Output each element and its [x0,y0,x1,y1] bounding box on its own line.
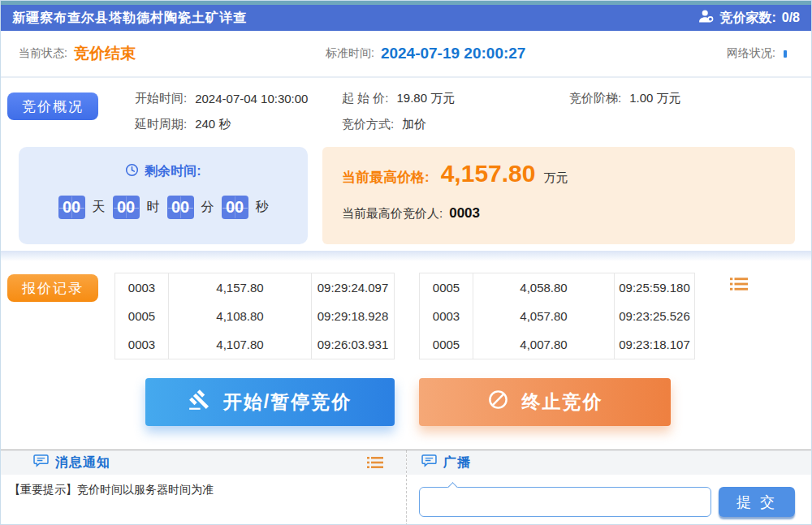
field-label: 延时周期: [135,117,187,132]
countdown-panel: 剩余时间: 00 天 00 时 00 分 00 秒 [19,147,308,244]
countdown-title: 剩余时间: [19,163,308,180]
state-value: 竞价结束 [74,43,136,64]
field-value: 2024-07-04 10:30:00 [195,92,308,105]
network-status: 网络状况: [727,46,787,61]
bid-records-section: 报价记录 0003 4,157.80 09:29:24.097 0005 4,1… [1,260,811,450]
status-bar: 当前状态: 竞价结束 标准时间: 2024-07-19 20:00:27 网络状… [1,31,811,78]
broadcast-panel-header: 广播 [407,450,811,475]
bottom-panel: 消息通知 【重要提示】竞价时间以服务器时间为准 广播 提 交 [1,450,811,525]
bid-row: 0003 4,107.80 09:26:03.931 [115,330,394,359]
field-value: 240 秒 [195,117,231,132]
stop-bidding-button[interactable]: 终止竞价 [419,378,671,426]
start-pause-bidding-button[interactable]: 开始/暂停竞价 [145,378,395,426]
bid-cell-time: 09:26:03.931 [312,330,394,359]
field-label: 竞价阶梯: [569,91,621,106]
stop-label: 终止竞价 [522,389,603,415]
bid-cell-bidder: 0005 [420,330,473,359]
countdown-digits: 00 天 00 时 00 分 00 秒 [19,196,308,219]
bid-cell-bidder: 0003 [420,302,473,330]
field-value: 加价 [402,117,426,132]
clock-icon [125,163,139,180]
field-delay-period: 延时周期: 240 秒 [135,117,231,132]
countdown-seconds-value: 00 [222,196,248,219]
page-title: 新疆察布查尔县塔勒德村陶瓷土矿详查 [12,10,247,27]
bid-row: 0003 4,157.80 09:29:24.097 [115,273,394,302]
bid-row: 0005 4,007.80 09:23:18.107 [420,330,694,359]
highest-price-panel: 当前最高价格: 4,157.80 万元 当前最高价竞价人: 0003 [322,147,795,244]
server-time: 标准时间: 2024-07-19 20:00:27 [326,45,525,62]
countdown-hours-unit: 时 [147,199,160,216]
message-panel: 消息通知 【重要提示】竞价时间以服务器时间为准 [1,450,407,525]
bid-cell-bidder: 0003 [115,273,168,302]
bid-row: 0005 4,108.80 09:29:18.928 [115,302,394,330]
submit-button[interactable]: 提 交 [719,487,795,517]
prohibit-icon [487,389,509,415]
countdown-days-value: 00 [58,196,85,219]
field-start-time: 开始时间: 2024-07-04 10:30:00 [135,91,308,106]
highest-price-value: 4,157.80 [441,160,536,187]
state-label: 当前状态: [19,46,67,61]
bid-cell-price: 4,057.80 [473,302,615,330]
current-state: 当前状态: 竞价结束 [19,43,136,64]
bidder-count-group: 竞价家数: 0/8 [699,10,800,27]
bid-cell-time: 09:29:18.928 [312,302,394,330]
bid-cell-bidder: 0003 [115,330,168,359]
message-bubble-icon [33,454,49,471]
field-bid-mode: 竞价方式: 加价 [342,117,426,132]
countdown-minutes-value: 00 [167,196,194,219]
network-label: 网络状况: [727,46,775,61]
broadcast-bubble-icon [421,454,437,471]
bid-cell-bidder: 0005 [420,273,473,302]
highest-price-label: 当前最高价格: [342,168,430,187]
network-signal-icon [784,50,787,58]
section-divider [1,251,811,260]
bid-cell-time: 09:23:18.107 [615,330,694,359]
broadcast-panel: 广播 提 交 [407,450,811,525]
title-bar: 新疆察布查尔县塔勒德村陶瓷土矿详查 竞价家数: 0/8 [1,5,811,31]
bid-records-list-button[interactable] [730,277,748,291]
message-list-button[interactable] [367,456,383,469]
countdown-seconds-unit: 秒 [256,199,269,216]
bid-cell-price: 4,157.80 [168,273,312,302]
countdown-minutes-unit: 分 [201,199,214,216]
field-label: 竞价方式: [342,117,394,132]
bid-cell-bidder: 0005 [115,302,168,330]
bidders-label: 竞价家数: [719,10,775,27]
bid-records-section-label: 报价记录 [7,274,98,302]
time-value: 2024-07-19 20:00:27 [381,45,526,62]
highest-bidder-line: 当前最高价竞价人: 0003 [342,205,480,222]
bid-cell-price: 4,058.80 [473,273,615,302]
highest-bidder-value: 0003 [449,205,480,222]
bid-cell-price: 4,007.80 [473,330,615,359]
broadcast-input[interactable] [419,487,711,517]
field-start-price: 起 始 价: 19.80 万元 [342,91,455,106]
important-notice-text: 【重要提示】竞价时间以服务器时间为准 [9,483,214,497]
field-value: 1.00 万元 [629,91,680,106]
bid-row: 0003 4,057.80 09:23:25.526 [420,302,694,330]
bid-cell-time: 09:25:59.180 [615,273,694,302]
message-panel-title: 消息通知 [55,454,110,471]
list-icon [730,282,748,294]
gavel-icon [188,389,210,415]
bid-table-right: 0005 4,058.80 09:25:59.180 0003 4,057.80… [419,273,695,359]
field-value: 19.80 万元 [397,91,456,106]
highest-price-line: 当前最高价格: 4,157.80 万元 [342,160,568,187]
field-bid-increment: 竞价阶梯: 1.00 万元 [569,91,681,106]
start-pause-label: 开始/暂停竞价 [223,389,352,415]
time-label: 标准时间: [326,46,374,61]
bid-cell-price: 4,108.80 [168,302,312,330]
broadcast-panel-title: 广播 [443,454,471,471]
highest-price-unit: 万元 [543,170,568,186]
bid-cell-time: 09:23:25.526 [615,302,694,330]
bid-cell-time: 09:29:24.097 [312,273,394,302]
countdown-days-unit: 天 [93,199,106,216]
overview-section: 竞价概况 开始时间: 2024-07-04 10:30:00 起 始 价: 19… [1,78,811,251]
auction-page: 新疆察布查尔县塔勒德村陶瓷土矿详查 竞价家数: 0/8 当前状态: 竞价结束 标… [0,0,812,525]
bidders-value: 0/8 [782,11,800,25]
field-label: 开始时间: [135,91,187,106]
highest-bidder-label: 当前最高价竞价人: [342,206,443,222]
countdown-label: 剩余时间: [145,163,201,180]
list-icon [367,459,383,471]
bid-row: 0005 4,058.80 09:25:59.180 [420,273,694,302]
bid-cell-price: 4,107.80 [168,330,312,359]
